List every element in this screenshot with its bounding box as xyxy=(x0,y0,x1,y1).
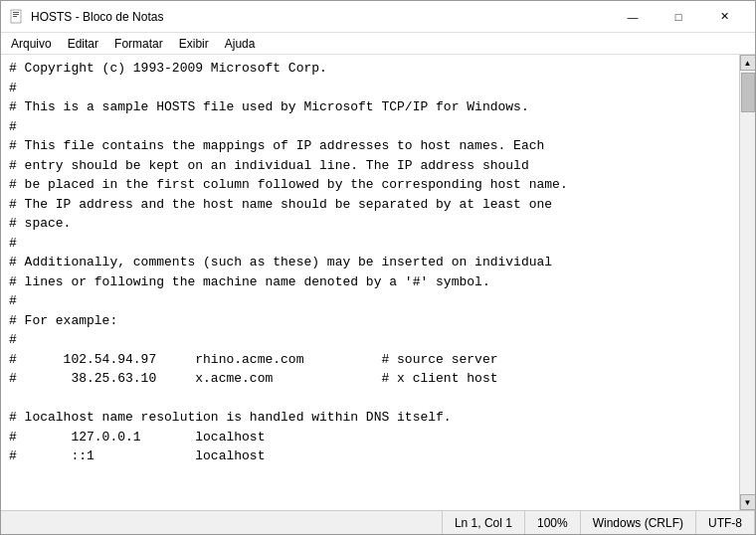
app-icon xyxy=(9,9,25,25)
svg-rect-3 xyxy=(13,16,17,17)
svg-rect-1 xyxy=(13,12,19,13)
menu-exibir[interactable]: Exibir xyxy=(171,35,217,53)
encoding: UTF-8 xyxy=(696,511,755,534)
window-title: HOSTS - Bloco de Notas xyxy=(31,10,610,24)
line-ending: Windows (CRLF) xyxy=(581,511,696,534)
svg-rect-2 xyxy=(13,14,19,15)
scroll-track[interactable] xyxy=(740,71,755,494)
title-bar: HOSTS - Bloco de Notas — □ ✕ xyxy=(1,1,755,33)
scroll-down-button[interactable]: ▼ xyxy=(740,494,756,510)
menu-bar: Arquivo Editar Formatar Exibir Ajuda xyxy=(1,33,755,55)
status-spacer xyxy=(1,511,443,534)
status-bar: Ln 1, Col 1 100% Windows (CRLF) UTF-8 xyxy=(1,510,755,534)
cursor-position: Ln 1, Col 1 xyxy=(443,511,525,534)
maximize-button[interactable]: □ xyxy=(656,1,701,33)
menu-ajuda[interactable]: Ajuda xyxy=(217,35,264,53)
scroll-up-button[interactable]: ▲ xyxy=(740,55,756,71)
menu-editar[interactable]: Editar xyxy=(60,35,106,53)
vertical-scrollbar[interactable]: ▲ ▼ xyxy=(739,55,755,510)
text-editor[interactable]: # Copyright (c) 1993-2009 Microsoft Corp… xyxy=(1,55,739,510)
menu-arquivo[interactable]: Arquivo xyxy=(3,35,60,53)
window-controls: — □ ✕ xyxy=(610,1,747,33)
menu-formatar[interactable]: Formatar xyxy=(106,35,171,53)
zoom-level: 100% xyxy=(525,511,581,534)
close-button[interactable]: ✕ xyxy=(701,1,747,33)
editor-area: # Copyright (c) 1993-2009 Microsoft Corp… xyxy=(1,55,755,510)
minimize-button[interactable]: — xyxy=(610,1,656,33)
main-window: HOSTS - Bloco de Notas — □ ✕ Arquivo Edi… xyxy=(0,0,756,535)
scroll-thumb[interactable] xyxy=(741,73,755,112)
